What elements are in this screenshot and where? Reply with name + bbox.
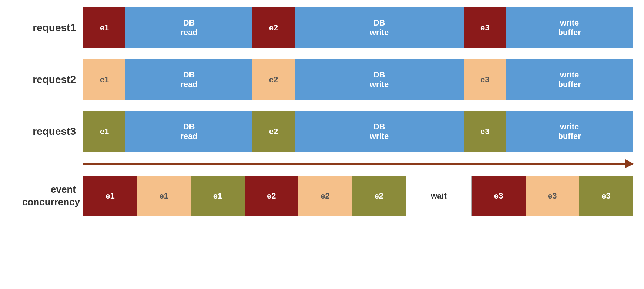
ec-segment-1: e1: [83, 176, 137, 216]
segment-r1-s5: e3: [464, 7, 506, 48]
segment-r2-s5: e3: [464, 59, 506, 100]
segment-r1-s2: DB read: [125, 7, 252, 48]
ec-segment-8: e3: [472, 176, 525, 216]
bar-container-1: e1DB reade2DB writee3write buffer: [83, 7, 633, 48]
request-row-3: request3e1DB reade2DB writee3write buffe…: [22, 111, 633, 152]
segment-r3-s3: e2: [252, 111, 295, 152]
diagram-container: request1e1DB reade2DB writee3write buffe…: [22, 7, 633, 216]
segment-r2-s6: write buffer: [506, 59, 633, 100]
segment-r1-s4: DB write: [295, 7, 464, 48]
event-concurrency-bar: e1e1e1e2e2e2waite3e3e3: [83, 176, 633, 216]
row-label-3: request3: [22, 126, 83, 137]
bar-container-2: e1DB reade2DB writee3write buffer: [83, 59, 633, 100]
segment-r3-s1: e1: [83, 111, 125, 152]
ec-segment-9: e3: [526, 176, 579, 216]
segment-r1-s3: e2: [252, 7, 295, 48]
segment-r2-s3: e2: [252, 59, 295, 100]
segment-r2-s1: e1: [83, 59, 125, 100]
ec-segment-6: e2: [352, 176, 406, 216]
ec-segment-5: e2: [298, 176, 352, 216]
time-arrow: [83, 163, 633, 165]
ec-segment-10: e3: [579, 176, 633, 216]
segment-r3-s2: DB read: [125, 111, 252, 152]
segment-r3-s4: DB write: [295, 111, 464, 152]
ec-segment-7: wait: [406, 176, 472, 216]
ec-segment-2: e1: [137, 176, 191, 216]
request-row-1: request1e1DB reade2DB writee3write buffe…: [22, 7, 633, 48]
segment-r1-s1: e1: [83, 7, 125, 48]
segment-r2-s4: DB write: [295, 59, 464, 100]
segment-r3-s5: e3: [464, 111, 506, 152]
event-concurrency-label: event concurrency: [22, 183, 83, 209]
ec-segment-4: e2: [245, 176, 298, 216]
bar-container-3: e1DB reade2DB writee3write buffer: [83, 111, 633, 152]
event-concurrency-row: event concurrencye1e1e1e2e2e2waite3e3e3: [22, 176, 633, 216]
request-row-2: request2e1DB reade2DB writee3write buffe…: [22, 59, 633, 100]
time-arrow-row: [22, 163, 633, 165]
segment-r1-s6: write buffer: [506, 7, 633, 48]
segment-r2-s2: DB read: [125, 59, 252, 100]
ec-segment-3: e1: [191, 176, 244, 216]
row-label-2: request2: [22, 74, 83, 86]
row-label-1: request1: [22, 22, 83, 34]
segment-r3-s6: write buffer: [506, 111, 633, 152]
